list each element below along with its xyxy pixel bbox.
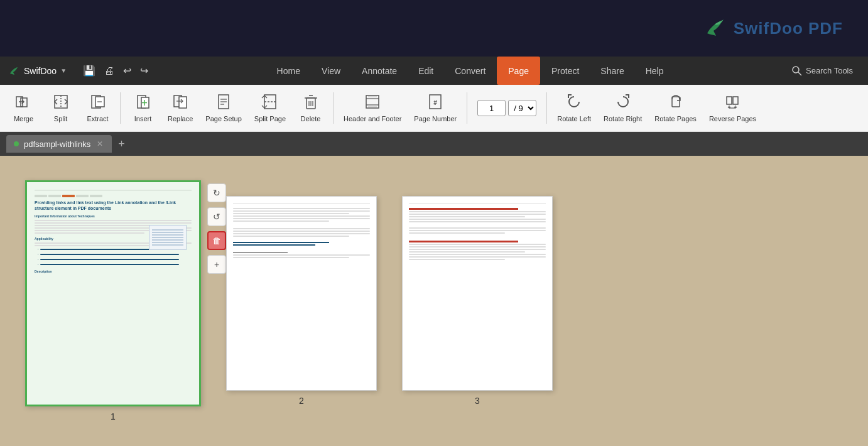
extract-icon [89, 93, 107, 113]
rotate-right-button[interactable]: Rotate Right [599, 88, 647, 129]
pdf2-l2 [233, 210, 370, 212]
nav-protect[interactable]: Protect [541, 57, 589, 85]
main-content: Providing links and link text using the … [0, 156, 868, 446]
page-rotate-ccw-button[interactable]: ↺ [207, 207, 226, 226]
nav-share[interactable]: Share [590, 57, 634, 85]
nav-convert[interactable]: Convert [445, 57, 496, 85]
pdf3-l14 [409, 256, 546, 258]
page-1-container: Providing links and link text using the … [25, 180, 201, 422]
pdf3-header [409, 203, 546, 204]
title-bar: SwifDoo PDF [0, 0, 868, 57]
svg-text:#: # [434, 99, 438, 106]
insert-label: Insert [134, 115, 152, 123]
swifdoo-icon [8, 65, 20, 77]
menu-bar: SwifDoo ▼ 💾 🖨 ↩ ↪ Home View Annotate Edi… [0, 57, 868, 85]
app-logo: SwifDoo PDF [702, 16, 843, 41]
header-footer-svg-icon [364, 93, 381, 111]
nav-edit[interactable]: Edit [408, 57, 443, 85]
merge-label: Merge [14, 115, 33, 123]
undo-button[interactable]: ↩ [119, 62, 135, 79]
page-3-thumb[interactable] [402, 196, 553, 391]
page-add-button[interactable]: + [207, 255, 226, 274]
pdf3-l7 [409, 230, 546, 231]
insert-icon [134, 93, 152, 113]
pdf-section-3: Description [35, 269, 192, 274]
sb-1 [152, 229, 183, 231]
nav-home[interactable]: Home [267, 57, 310, 85]
merge-button[interactable]: Merge [6, 88, 41, 129]
nav-help[interactable]: Help [636, 57, 674, 85]
svg-rect-38 [733, 97, 738, 104]
tab-main-doc[interactable]: pdfsampl-withlinks ✕ [6, 135, 112, 153]
print-button[interactable]: 🖨 [100, 63, 118, 79]
pdf-tab-4 [76, 195, 89, 197]
split-label: Split [54, 115, 67, 123]
search-icon [792, 66, 802, 76]
tab-modified-dot [14, 141, 19, 146]
tab-add-button[interactable]: + [114, 138, 129, 151]
tab-close-button[interactable]: ✕ [95, 138, 104, 150]
extract-button[interactable]: Extract [80, 88, 115, 129]
page-rotate-cw-button[interactable]: ↻ [207, 183, 226, 202]
svg-line-1 [798, 72, 801, 75]
extract-label: Extract [87, 115, 108, 123]
rotate-left-button[interactable]: Rotate Left [552, 88, 596, 129]
brand-menu[interactable]: SwifDoo ▼ [0, 57, 74, 85]
nav-view[interactable]: View [312, 57, 350, 85]
page-number-svg-icon: # [426, 93, 444, 111]
pdf-tab-2 [48, 195, 61, 197]
pdf3-l10 [409, 246, 546, 247]
replace-button[interactable]: Replace [163, 88, 198, 129]
nav-annotate[interactable]: Annotate [352, 57, 407, 85]
sb-7 [152, 244, 183, 246]
rotate-pages-icon [667, 93, 685, 113]
delete-icon [302, 93, 320, 113]
redo-button[interactable]: ↪ [136, 62, 152, 79]
svg-rect-36 [672, 97, 680, 107]
pdf-body-6 [35, 232, 144, 234]
nav-page[interactable]: Page [497, 57, 540, 85]
delete-label: Delete [301, 115, 321, 123]
page-nav-group: / 9 [472, 100, 541, 116]
pdf3-l9 [409, 244, 546, 245]
save-button[interactable]: 💾 [79, 62, 99, 79]
page-setup-button[interactable]: Page Setup [200, 88, 247, 129]
search-tools-label: Search Tools [806, 66, 853, 75]
pdf2-header [233, 203, 370, 204]
pdf2-spacer [233, 223, 370, 227]
pdf3-l11 [409, 249, 546, 250]
sb-4 [152, 237, 183, 238]
brand-dropdown-icon: ▼ [60, 67, 67, 74]
insert-button[interactable]: Insert [126, 88, 160, 129]
page-1-thumb[interactable]: Providing links and link text using the … [25, 180, 201, 406]
pdf3-spacer2 [409, 235, 546, 239]
split-icon [52, 93, 70, 113]
page-number-button[interactable]: # Page Number [409, 88, 462, 129]
main-nav: Home View Annotate Edit Convert Page Pro… [157, 57, 783, 85]
pdf3-heading-1 [409, 208, 518, 210]
header-footer-button[interactable]: Header and Footer [339, 88, 406, 129]
page-2-thumb[interactable] [226, 196, 377, 391]
split-button[interactable]: Split [43, 88, 78, 129]
pdf3-l4 [409, 219, 546, 220]
sb-3 [152, 234, 183, 236]
delete-button[interactable]: Delete [293, 88, 328, 129]
search-tools-button[interactable]: Search Tools [783, 62, 862, 80]
rotate-pages-button[interactable]: Rotate Pages [649, 88, 702, 129]
rotate-pages-label: Rotate Pages [654, 115, 697, 123]
page-select[interactable]: / 9 [508, 100, 536, 116]
rotate-left-label: Rotate Left [557, 115, 591, 123]
reverse-pages-button[interactable]: Reverse Pages [704, 88, 761, 129]
pdf2-highlight-1 [233, 242, 329, 243]
page-1-number: 1 [111, 411, 116, 422]
pdf2-spacer2 [233, 238, 370, 241]
sb-2 [152, 232, 183, 233]
split-page-icon [261, 93, 279, 113]
pdf-tab-3 [62, 195, 75, 197]
reverse-pages-svg-icon [724, 93, 741, 111]
page-number-input[interactable] [477, 100, 506, 116]
pdf3-l8 [409, 232, 505, 234]
page-delete-button[interactable]: 🗑 [207, 231, 226, 250]
split-page-button[interactable]: Split Page [249, 88, 291, 129]
pdf-header-line-1 [35, 190, 192, 191]
